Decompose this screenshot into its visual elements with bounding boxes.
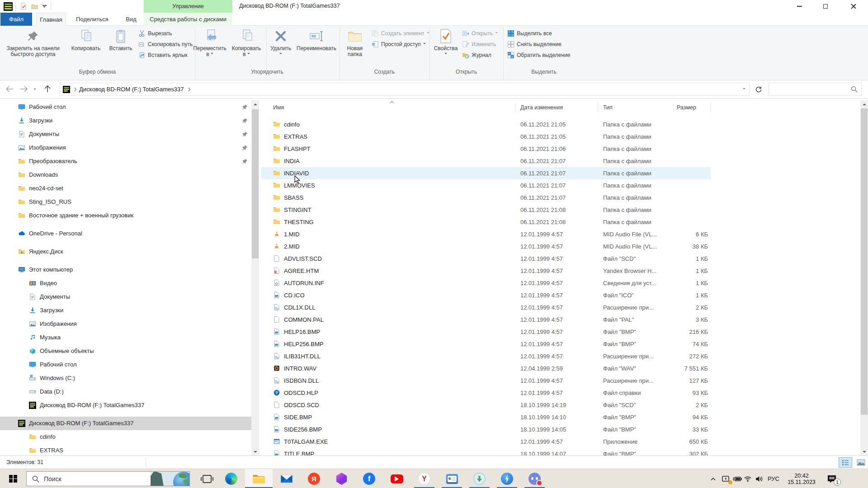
tab-file[interactable]: Файл — [0, 13, 32, 26]
table-row[interactable]: FLASHPT 06.11.2021 21:06 Папка с файлами — [261, 143, 711, 155]
invert-selection-button[interactable]: Обратить выделение — [507, 51, 571, 60]
sidebar-item-desktop[interactable]: Рабочий стол — [0, 358, 251, 371]
sidebar-item-this-pc[interactable]: Этот компьютер — [0, 263, 251, 277]
table-row[interactable]: TITLE.BMP 18.10.1999 14:07 Файл "BMP" 30… — [261, 448, 711, 455]
start-button[interactable] — [0, 469, 26, 488]
qat-customize-button[interactable] — [40, 2, 49, 11]
taskbar-app-daemon-tools[interactable] — [493, 469, 521, 488]
tray-display-button[interactable] — [720, 469, 732, 488]
sidebar-item-music[interactable]: Музыка — [0, 331, 251, 344]
back-button[interactable] — [4, 83, 15, 95]
table-row[interactable]: SIDE256.BMP 18.10.1999 14:05 Файл "BMP" … — [261, 423, 711, 436]
search-input[interactable] — [769, 83, 862, 96]
file-list-scrollbar[interactable] — [860, 100, 868, 455]
table-row[interactable]: SIDE.BMP 18.10.1999 14:10 Файл "BMP" 94 … — [261, 411, 711, 423]
table-row[interactable]: SBASS 06.11.2021 21:07 Папка с файлами — [261, 192, 711, 204]
sidebar-item-extras[interactable]: EXTRAS — [0, 444, 251, 455]
sidebar-item-video[interactable]: Видео — [0, 277, 251, 290]
taskbar-app-discord[interactable] — [521, 469, 548, 488]
tab-home[interactable]: Главная — [36, 13, 66, 26]
details-view-button[interactable] — [839, 457, 852, 468]
rename-button[interactable]: Переименовать — [295, 28, 338, 52]
table-row[interactable]: AUTORUN.INF 12.01.1999 4:57 Сведения для… — [261, 277, 711, 289]
column-header-size[interactable]: Размер — [677, 104, 696, 111]
new-folder-button[interactable]: Новая папка — [341, 28, 369, 57]
open-button[interactable]: Открыть — [462, 29, 498, 38]
scroll-down-button[interactable] — [251, 448, 259, 455]
column-header-type[interactable]: Тип — [603, 104, 613, 111]
clock[interactable]: 20:4215.11.2023 — [782, 469, 821, 488]
table-row[interactable]: T0TALGAM.EXE 12.01.1999 4:57 Приложение … — [261, 436, 711, 448]
scroll-down-button[interactable] — [860, 448, 868, 455]
tab-disk-tools[interactable]: Средства работы с дисками — [144, 13, 232, 26]
sidebar-item-windows-c[interactable]: Windows (C:) — [0, 371, 251, 385]
taskbar-app-yandex-browser[interactable]: Y — [410, 469, 438, 488]
table-row[interactable]: 1.MID 12.01.1999 4:57 MID Audio File (VL… — [261, 228, 711, 240]
sidebar-item-desktop-qa[interactable]: Рабочий стол — [0, 100, 251, 114]
tab-view[interactable]: Вид — [118, 13, 144, 26]
breadcrumb-dropdown-button[interactable] — [743, 88, 745, 89]
close-button[interactable] — [839, 0, 868, 13]
qat-new-folder-button[interactable] — [30, 2, 39, 11]
tab-share[interactable]: Поделиться — [69, 13, 116, 26]
scroll-up-button[interactable] — [251, 100, 259, 108]
sidebar-item-downloads-qa[interactable]: Загрузки — [0, 114, 251, 127]
sidebar-item-objects3d[interactable]: Объемные объекты — [0, 344, 251, 358]
select-all-button[interactable]: Выделить все — [507, 29, 552, 38]
table-row[interactable]: HELP256.BMP 12.01.1999 4:57 Файл "BMP" 7… — [261, 338, 711, 350]
paste-button[interactable]: Вставить — [104, 28, 137, 52]
edit-button[interactable]: Изменить — [462, 40, 496, 49]
sidebar-item-sting-iso-rus[interactable]: Sting_ISO_RUS — [0, 195, 251, 209]
taskbar-app-mediaget[interactable] — [466, 469, 493, 488]
tray-wifi-button[interactable] — [742, 469, 753, 488]
delete-button[interactable]: Удалить — [268, 28, 294, 57]
column-header-name[interactable]: Имя — [273, 104, 284, 111]
pin-to-quick-access-button[interactable]: Закрепить на панели быстрого доступа — [1, 28, 65, 57]
column-header-date[interactable]: Дата изменения — [520, 104, 563, 111]
table-row[interactable]: CDL1X.DLL 12.01.1999 4:57 Расширение при… — [261, 301, 711, 314]
taskbar-app-yandex[interactable]: Я — [300, 469, 328, 488]
sidebar-item-yandex-disk[interactable]: Яндекс.Диск — [0, 245, 251, 258]
search-highlight-image[interactable] — [151, 472, 189, 486]
table-row[interactable]: ISDBGN.DLL 12.01.1999 4:57 Расширение пр… — [261, 375, 711, 387]
notification-center-button[interactable]: 1 — [822, 469, 842, 488]
table-row[interactable]: EXTRAS 06.11.2021 21:05 Папка с файлами — [261, 131, 711, 143]
scroll-thumb[interactable] — [861, 108, 868, 415]
sidebar-item-documents-qa[interactable]: Документы — [0, 127, 251, 141]
table-row[interactable]: THESTING 06.11.2021 21:08 Папка с файлам… — [261, 216, 711, 228]
sidebar-item-downloads[interactable]: Загрузки — [0, 304, 251, 317]
taskbar-app-card[interactable] — [438, 469, 466, 488]
cut-button[interactable]: Вырезать — [138, 29, 172, 38]
sidebar-item-onedrive[interactable]: OneDrive - Personal — [0, 227, 251, 240]
table-row[interactable]: STINGINT 06.11.2021 21:08 Папка с файлам… — [261, 204, 711, 216]
sidebar-scrollbar[interactable] — [251, 100, 259, 455]
table-row[interactable]: ILIB31HT.DLL 12.01.1999 4:57 Расширение … — [261, 350, 711, 362]
table-row[interactable]: LMMOVIES 06.11.2021 21:07 Папка с файлам… — [261, 179, 711, 192]
taskbar-app-mail[interactable] — [273, 469, 300, 488]
task-view-button[interactable] — [197, 469, 217, 488]
table-row[interactable]: ? ODSCD.HLP 12.01.1999 4:57 Файл справки… — [261, 387, 711, 399]
sidebar-item-preobrazovatel[interactable]: Преобразователь — [0, 155, 251, 168]
sidebar-item-vostochnoe-zdanie[interactable]: Восточное здание + военный грузовик — [0, 209, 251, 222]
move-to-button[interactable]: Переместить в — [192, 28, 227, 57]
taskbar-app-facebook[interactable]: f — [355, 469, 383, 488]
table-row[interactable]: HELP16.BMP 12.01.1999 4:57 Файл "BMP" 21… — [261, 326, 711, 338]
taskbar-app-gem[interactable] — [328, 469, 355, 488]
up-button[interactable] — [42, 83, 53, 95]
table-row[interactable]: cdinfo 06.11.2021 21:05 Папка с файлами — [261, 118, 711, 131]
taskbar-app-edge[interactable] — [217, 469, 245, 488]
sidebar-item-pictures[interactable]: Изображения — [0, 317, 251, 331]
sidebar-item-bdrom-child[interactable]: Дисковод BD-ROM (F:) TotalGames337 — [0, 399, 251, 412]
table-row[interactable]: INDIA 06.11.2021 21:07 Папка с файлами — [261, 155, 711, 167]
table-row[interactable]: ODSCD.SCD 18.10.1999 14:19 Файл "SCD" 2 … — [261, 399, 711, 411]
sidebar-item-neo24-cd-set[interactable]: neo24-cd-set — [0, 182, 251, 195]
tray-expand-button[interactable] — [707, 469, 719, 488]
history-button[interactable]: Журнал — [462, 51, 491, 60]
sidebar-item-cdinfo[interactable]: cdinfo — [0, 430, 251, 444]
thumbnails-view-button[interactable] — [854, 457, 868, 468]
scroll-up-button[interactable] — [860, 100, 868, 108]
refresh-button[interactable] — [752, 83, 765, 96]
easy-access-button[interactable]: Простой доступ — [372, 40, 426, 49]
taskbar-search-input[interactable]: Поиск — [26, 471, 190, 486]
tray-volume-button[interactable] — [753, 469, 765, 488]
